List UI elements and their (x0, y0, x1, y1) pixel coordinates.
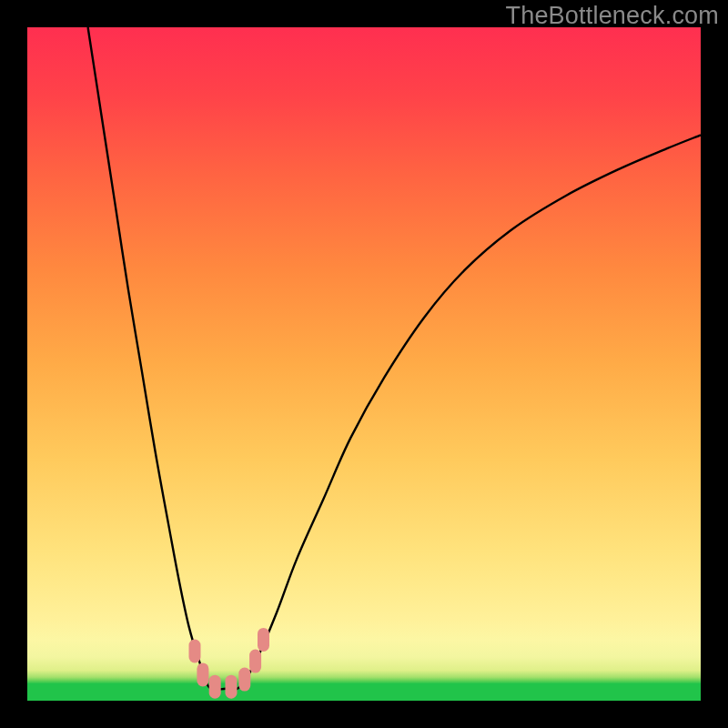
curve-marker (238, 668, 250, 692)
curve-marker (249, 650, 261, 673)
curve-marker (197, 662, 208, 686)
curve-marker (209, 675, 221, 699)
plot-area (27, 27, 701, 701)
watermark-text: TheBottleneck.com (505, 2, 719, 30)
marker-group (27, 27, 701, 701)
curve-marker (226, 675, 238, 699)
curve-marker (189, 640, 201, 663)
chart-frame: TheBottleneck.com (0, 0, 728, 728)
curve-marker (258, 628, 269, 652)
